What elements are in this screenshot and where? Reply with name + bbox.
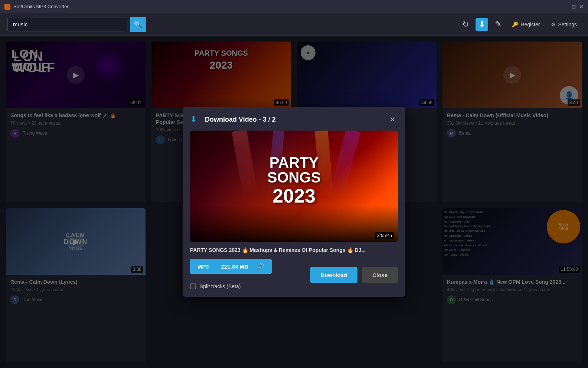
- download-dialog: ⬇ Download Video - 3 / 2 ✕ PARTY SONGS 2…: [183, 107, 405, 297]
- download-manager-button[interactable]: ⬇: [476, 18, 488, 31]
- minimize-button[interactable]: ─: [564, 4, 569, 9]
- titlebar: 🎵 SoftOrbits MP3 Converter ─ □ ✕: [0, 0, 588, 13]
- settings-icon: ⚙: [551, 22, 556, 27]
- dialog-title: Download Video - 3 / 2: [205, 116, 383, 124]
- format-label: MP3: [197, 263, 209, 270]
- party-thumb-title: PARTY SONGS 2023: [242, 155, 346, 207]
- close-button[interactable]: Close: [362, 267, 398, 283]
- refresh-icon: ↻: [462, 20, 469, 29]
- dialog-close-button[interactable]: ✕: [387, 114, 398, 125]
- format-row: MP3 221.84 MB 🔊: [190, 259, 306, 274]
- party-thumb-duration: 3:55:45: [375, 232, 394, 239]
- split-tracks-row: Split tracks (Beta): [190, 283, 306, 289]
- settings-button[interactable]: ⚙ Settings: [547, 20, 581, 29]
- split-tracks-checkbox[interactable]: [190, 283, 196, 289]
- toolbar: 🔍 ↻ ⬇ ✎ 🔑 Register ⚙ Settings: [0, 13, 588, 36]
- dialog-video-title: PARTY SONGS 2023 🔥 Mashups & Remixes Of …: [190, 247, 398, 253]
- audio-speaker-icon: 🔊: [257, 263, 264, 270]
- dialog-action-buttons: Download Close: [310, 265, 398, 283]
- party-thumbnail: PARTY SONGS 2023 3:55:45: [190, 131, 398, 242]
- close-button[interactable]: ✕: [579, 4, 584, 9]
- app-icon: 🎵: [4, 4, 10, 10]
- maximize-button[interactable]: □: [572, 4, 576, 9]
- modal-overlay: ⬇ Download Video - 3 / 2 ✕ PARTY SONGS 2…: [0, 36, 588, 368]
- party-title-main: PARTY SONGS: [242, 155, 346, 185]
- titlebar-left: 🎵 SoftOrbits MP3 Converter: [4, 4, 69, 10]
- file-size: 221.84 MB: [221, 263, 248, 270]
- party-title-year: 2023: [242, 185, 346, 207]
- download-button[interactable]: Download: [310, 267, 357, 283]
- edit-button[interactable]: ✎: [492, 18, 504, 31]
- search-input[interactable]: [7, 17, 126, 32]
- split-tracks-label: Split tracks (Beta): [200, 283, 241, 289]
- app-title: SoftOrbits MP3 Converter: [13, 4, 69, 9]
- refresh-button[interactable]: ↻: [459, 18, 472, 31]
- content-area: LON WOLF ▶ 52:01 Songs to feel like a ba…: [0, 36, 588, 368]
- register-button[interactable]: 🔑 Register: [508, 20, 543, 29]
- register-label: Register: [520, 22, 540, 27]
- dialog-bottom-section: MP3 221.84 MB 🔊 Split tracks (Beta): [190, 259, 398, 289]
- download-icon: ⬇: [478, 20, 485, 29]
- dialog-download-icon: ⬇: [190, 114, 200, 125]
- dialog-header: ⬇ Download Video - 3 / 2 ✕: [190, 114, 398, 125]
- search-icon: 🔍: [134, 20, 142, 29]
- settings-label: Settings: [558, 22, 577, 27]
- search-button[interactable]: 🔍: [130, 17, 146, 32]
- titlebar-controls[interactable]: ─ □ ✕: [564, 4, 584, 9]
- edit-icon: ✎: [495, 20, 502, 29]
- register-icon: 🔑: [512, 22, 518, 27]
- format-mp3-button[interactable]: MP3 221.84 MB 🔊: [190, 259, 272, 274]
